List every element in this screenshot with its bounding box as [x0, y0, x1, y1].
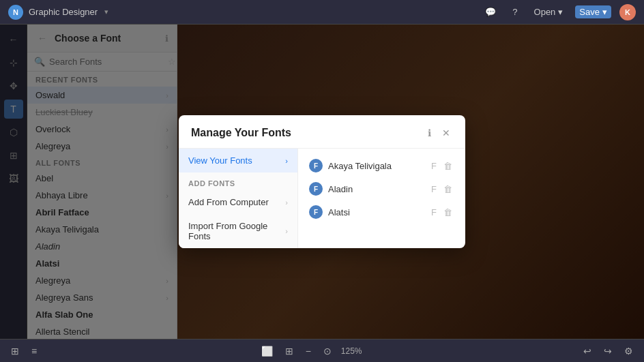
- view-fonts-label: View Your Fonts: [188, 155, 252, 166]
- add-fonts-section: Add Fonts: [179, 172, 297, 190]
- font-star-icon[interactable]: F: [429, 160, 439, 172]
- import-google-item[interactable]: Import From Google Fonts ›: [179, 214, 297, 248]
- chevron-right-icon: ›: [285, 227, 288, 235]
- add-from-computer-label: Add From Computer: [188, 197, 269, 207]
- font-delete-icon[interactable]: 🗑: [441, 206, 454, 219]
- modal-body: View Your Fonts › Add Fonts Add From Com…: [179, 149, 465, 248]
- font-row-actions: F 🗑: [429, 206, 454, 219]
- title-arrow-icon: ▾: [104, 7, 108, 16]
- font-delete-icon[interactable]: 🗑: [441, 183, 454, 196]
- undo-icon[interactable]: ↩: [581, 344, 594, 358]
- import-google-label: Import From Google Fonts: [188, 221, 285, 241]
- help-button[interactable]: ?: [508, 5, 521, 18]
- save-button[interactable]: Save ▾: [575, 5, 611, 18]
- modal-right-panel: F Akaya Telivigala F 🗑 F Aladin F: [298, 149, 465, 248]
- redo-icon[interactable]: ↪: [601, 344, 615, 358]
- top-bar: N Graphic Designer ▾ 💬 ? Open ▾ Save ▾ K: [0, 0, 644, 25]
- bottom-bar: ⊞ ≡ ⬜ ⊞ − ⊙ 125% ↩ ↪ ⚙: [0, 339, 644, 362]
- app-logo: N: [8, 5, 23, 20]
- avatar: K: [619, 4, 636, 20]
- list-view-icon[interactable]: ≡: [29, 344, 40, 358]
- comment-button[interactable]: 💬: [481, 5, 500, 18]
- grid-icon[interactable]: ⊞: [282, 344, 296, 358]
- open-button[interactable]: Open ▾: [530, 5, 568, 18]
- font-row-name: Akaya Telivigala: [328, 161, 392, 171]
- font-row-left: F Alatsi: [309, 205, 350, 219]
- view-your-fonts-item[interactable]: View Your Fonts ›: [179, 149, 297, 172]
- font-badge: F: [309, 182, 323, 196]
- modal-left-panel: View Your Fonts › Add Fonts Add From Com…: [179, 149, 298, 248]
- font-badge: F: [309, 205, 323, 219]
- manage-fonts-modal: Manage Your Fonts ℹ ✕ View Your Fonts › …: [179, 115, 465, 248]
- app-title: Graphic Designer: [29, 7, 98, 17]
- modal-header: Manage Your Fonts ℹ ✕: [179, 115, 465, 149]
- chevron-right-icon: ›: [285, 198, 288, 207]
- font-star-icon[interactable]: F: [429, 206, 439, 219]
- bottom-bar-left: ⊞ ≡: [8, 344, 40, 358]
- font-row-left: F Akaya Telivigala: [309, 159, 392, 172]
- font-delete-icon[interactable]: 🗑: [441, 160, 454, 172]
- modal-title: Manage Your Fonts: [191, 127, 291, 139]
- font-row-left: F Aladin: [309, 182, 353, 196]
- zoom-slider[interactable]: ⊙: [321, 344, 334, 358]
- top-bar-left: N Graphic Designer ▾: [8, 5, 108, 20]
- font-row-actions: F 🗑: [429, 183, 454, 196]
- font-row-name: Aladin: [328, 184, 353, 194]
- bottom-bar-center: ⬜ ⊞ − ⊙ 125%: [259, 344, 362, 358]
- zoom-level: 125%: [341, 346, 362, 356]
- frame-icon[interactable]: ⬜: [259, 344, 276, 358]
- chevron-right-icon: ›: [285, 157, 288, 165]
- modal-overlay[interactable]: Manage Your Fonts ℹ ✕ View Your Fonts › …: [0, 25, 644, 339]
- font-row-akaya[interactable]: F Akaya Telivigala F 🗑: [304, 154, 460, 177]
- font-row-name: Alatsi: [328, 207, 350, 217]
- font-star-icon[interactable]: F: [429, 183, 439, 196]
- modal-header-icons: ℹ ✕: [425, 126, 453, 140]
- font-row-actions: F 🗑: [429, 160, 454, 172]
- bottom-bar-right: ↩ ↪ ⚙: [581, 344, 636, 358]
- modal-close-button[interactable]: ✕: [439, 126, 453, 140]
- settings-icon[interactable]: ⚙: [621, 344, 636, 358]
- font-row-aladin[interactable]: F Aladin F 🗑: [304, 177, 460, 200]
- grid-view-icon[interactable]: ⊞: [8, 344, 22, 358]
- top-bar-right: 💬 ? Open ▾ Save ▾ K: [481, 4, 636, 20]
- modal-info-button[interactable]: ℹ: [425, 126, 434, 140]
- zoom-out-icon[interactable]: −: [303, 344, 314, 358]
- font-badge: F: [309, 159, 323, 172]
- font-row-alatsi[interactable]: F Alatsi F 🗑: [304, 200, 460, 224]
- add-from-computer-item[interactable]: Add From Computer ›: [179, 190, 297, 214]
